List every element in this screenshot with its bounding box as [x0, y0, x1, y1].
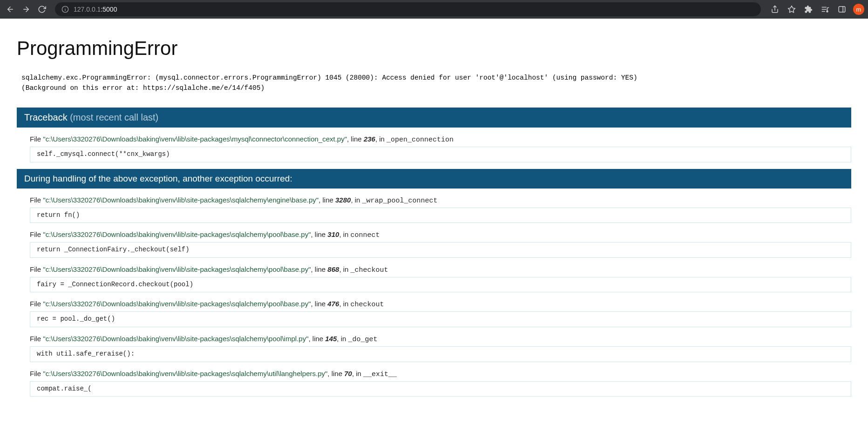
arrow-left-icon [6, 5, 14, 13]
error-title: ProgrammingError [17, 37, 851, 60]
traceback-frames-group-b: File "c:\Users\3320276\Downloads\baking\… [17, 189, 851, 397]
traceback-label: Traceback [24, 112, 70, 122]
profile-avatar[interactable]: m [853, 4, 864, 15]
frame-code-line[interactable]: rec = pool._do_get() [30, 311, 851, 327]
traceback-frame[interactable]: File "c:\Users\3320276\Downloads\baking\… [30, 334, 851, 362]
frame-code-line[interactable]: with util.safe_reraise(): [30, 346, 851, 362]
site-info-icon[interactable] [61, 6, 69, 13]
frame-location: File "c:\Users\3320276\Downloads\baking\… [30, 369, 851, 379]
werkzeug-debugger: ProgrammingError sqlalchemy.exc.Programm… [0, 19, 868, 422]
traceback-frame[interactable]: File "c:\Users\3320276\Downloads\baking\… [30, 134, 851, 162]
error-detail: sqlalchemy.exc.ProgrammingError: (mysql.… [21, 73, 851, 94]
share-button[interactable] [767, 2, 782, 17]
back-button[interactable] [4, 3, 17, 16]
side-panel-button[interactable] [834, 2, 849, 17]
frame-code-line[interactable]: self._cmysql.connect(**cnx_kwargs) [30, 147, 851, 162]
frame-code-line[interactable]: compat.raise_( [30, 381, 851, 397]
forward-button[interactable] [20, 3, 33, 16]
traceback-frame[interactable]: File "c:\Users\3320276\Downloads\baking\… [30, 264, 851, 293]
frame-code-line[interactable]: return fn() [30, 208, 851, 223]
traceback-hint: (most recent call last) [70, 112, 158, 122]
reload-button[interactable] [35, 3, 48, 16]
frame-location: File "c:\Users\3320276\Downloads\baking\… [30, 195, 851, 206]
frame-code-line[interactable]: return _ConnectionFairy._checkout(self) [30, 242, 851, 258]
profile-letter: m [856, 6, 861, 13]
share-icon [771, 5, 779, 13]
traceback-sub-banner: During handling of the above exception, … [17, 169, 851, 189]
frame-location: File "c:\Users\3320276\Downloads\baking\… [30, 299, 851, 310]
svg-marker-6 [788, 6, 795, 13]
omnibox[interactable]: 127.0.0.1:5000 [55, 2, 761, 16]
traceback-frame[interactable]: File "c:\Users\3320276\Downloads\baking\… [30, 369, 851, 397]
traceback-frames-group-a: File "c:\Users\3320276\Downloads\baking\… [17, 128, 851, 162]
media-button[interactable] [818, 2, 833, 17]
arrow-right-icon [22, 5, 30, 13]
extensions-button[interactable] [801, 2, 816, 17]
frame-location: File "c:\Users\3320276\Downloads\baking\… [30, 134, 851, 145]
frame-location: File "c:\Users\3320276\Downloads\baking\… [30, 229, 851, 240]
frame-location: File "c:\Users\3320276\Downloads\baking\… [30, 264, 851, 275]
address-bar-url: 127.0.0.1:5000 [74, 6, 117, 13]
browser-actions: m [767, 2, 864, 17]
traceback-header: Traceback (most recent call last) [17, 108, 851, 128]
frame-location: File "c:\Users\3320276\Downloads\baking\… [30, 334, 851, 344]
browser-toolbar: 127.0.0.1:5000 m [0, 0, 868, 19]
puzzle-icon [804, 5, 813, 13]
music-list-icon [821, 5, 829, 13]
page-viewport[interactable]: ProgrammingError sqlalchemy.exc.Programm… [0, 19, 868, 431]
panel-icon [838, 5, 846, 13]
traceback-frame[interactable]: File "c:\Users\3320276\Downloads\baking\… [30, 195, 851, 223]
frame-code-line[interactable]: fairy = _ConnectionRecord.checkout(pool) [30, 277, 851, 293]
bookmark-button[interactable] [784, 2, 799, 17]
star-icon [787, 5, 796, 13]
svg-rect-11 [839, 7, 845, 12]
traceback-frame[interactable]: File "c:\Users\3320276\Downloads\baking\… [30, 229, 851, 258]
traceback-frame[interactable]: File "c:\Users\3320276\Downloads\baking\… [30, 299, 851, 327]
reload-icon [38, 5, 46, 13]
